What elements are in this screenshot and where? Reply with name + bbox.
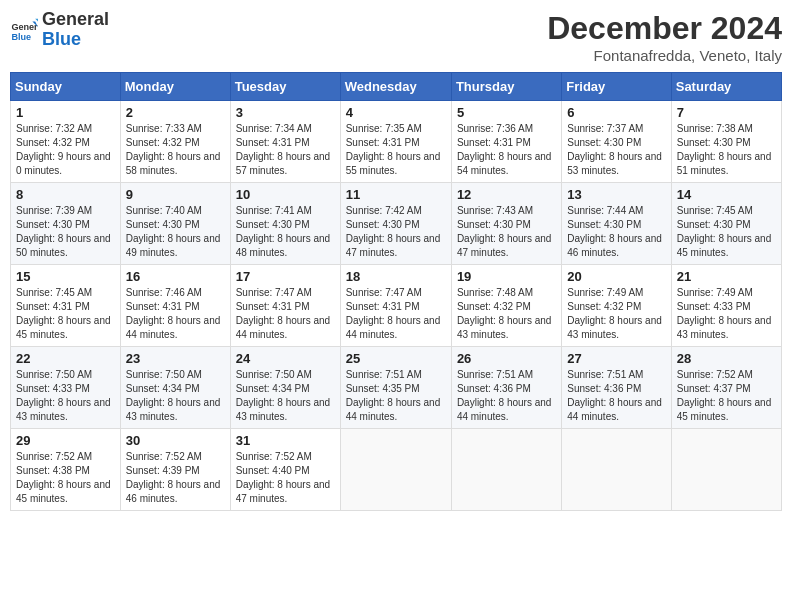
day-number: 26 <box>457 351 556 366</box>
calendar-cell: 18Sunrise: 7:47 AMSunset: 4:31 PMDayligh… <box>340 265 451 347</box>
day-info: Sunrise: 7:33 AMSunset: 4:32 PMDaylight:… <box>126 122 225 178</box>
calendar-cell: 26Sunrise: 7:51 AMSunset: 4:36 PMDayligh… <box>451 347 561 429</box>
calendar-cell <box>451 429 561 511</box>
day-number: 20 <box>567 269 665 284</box>
calendar-cell: 22Sunrise: 7:50 AMSunset: 4:33 PMDayligh… <box>11 347 121 429</box>
day-info: Sunrise: 7:50 AMSunset: 4:34 PMDaylight:… <box>126 368 225 424</box>
day-number: 30 <box>126 433 225 448</box>
day-info: Sunrise: 7:46 AMSunset: 4:31 PMDaylight:… <box>126 286 225 342</box>
calendar-cell: 24Sunrise: 7:50 AMSunset: 4:34 PMDayligh… <box>230 347 340 429</box>
day-number: 19 <box>457 269 556 284</box>
day-number: 17 <box>236 269 335 284</box>
day-number: 22 <box>16 351 115 366</box>
day-number: 31 <box>236 433 335 448</box>
calendar-cell: 10Sunrise: 7:41 AMSunset: 4:30 PMDayligh… <box>230 183 340 265</box>
day-number: 28 <box>677 351 776 366</box>
calendar-cell: 7Sunrise: 7:38 AMSunset: 4:30 PMDaylight… <box>671 101 781 183</box>
calendar-cell: 29Sunrise: 7:52 AMSunset: 4:38 PMDayligh… <box>11 429 121 511</box>
day-info: Sunrise: 7:38 AMSunset: 4:30 PMDaylight:… <box>677 122 776 178</box>
weekday-header-sunday: Sunday <box>11 73 121 101</box>
day-number: 11 <box>346 187 446 202</box>
day-info: Sunrise: 7:34 AMSunset: 4:31 PMDaylight:… <box>236 122 335 178</box>
day-info: Sunrise: 7:51 AMSunset: 4:35 PMDaylight:… <box>346 368 446 424</box>
calendar-cell: 28Sunrise: 7:52 AMSunset: 4:37 PMDayligh… <box>671 347 781 429</box>
calendar-table: SundayMondayTuesdayWednesdayThursdayFrid… <box>10 72 782 511</box>
calendar-cell: 21Sunrise: 7:49 AMSunset: 4:33 PMDayligh… <box>671 265 781 347</box>
day-number: 29 <box>16 433 115 448</box>
calendar-cell: 9Sunrise: 7:40 AMSunset: 4:30 PMDaylight… <box>120 183 230 265</box>
day-number: 18 <box>346 269 446 284</box>
day-info: Sunrise: 7:45 AMSunset: 4:31 PMDaylight:… <box>16 286 115 342</box>
day-info: Sunrise: 7:47 AMSunset: 4:31 PMDaylight:… <box>346 286 446 342</box>
weekday-header-row: SundayMondayTuesdayWednesdayThursdayFrid… <box>11 73 782 101</box>
calendar-week-row: 1Sunrise: 7:32 AMSunset: 4:32 PMDaylight… <box>11 101 782 183</box>
calendar-cell <box>562 429 671 511</box>
weekday-header-friday: Friday <box>562 73 671 101</box>
day-number: 14 <box>677 187 776 202</box>
day-number: 4 <box>346 105 446 120</box>
logo-text: General Blue <box>42 10 109 50</box>
calendar-cell: 1Sunrise: 7:32 AMSunset: 4:32 PMDaylight… <box>11 101 121 183</box>
day-number: 5 <box>457 105 556 120</box>
day-info: Sunrise: 7:42 AMSunset: 4:30 PMDaylight:… <box>346 204 446 260</box>
calendar-week-row: 15Sunrise: 7:45 AMSunset: 4:31 PMDayligh… <box>11 265 782 347</box>
logo-icon: General Blue <box>10 16 38 44</box>
day-number: 3 <box>236 105 335 120</box>
day-info: Sunrise: 7:37 AMSunset: 4:30 PMDaylight:… <box>567 122 665 178</box>
calendar-cell <box>340 429 451 511</box>
calendar-cell: 31Sunrise: 7:52 AMSunset: 4:40 PMDayligh… <box>230 429 340 511</box>
day-number: 2 <box>126 105 225 120</box>
day-number: 27 <box>567 351 665 366</box>
calendar-cell: 2Sunrise: 7:33 AMSunset: 4:32 PMDaylight… <box>120 101 230 183</box>
weekday-header-wednesday: Wednesday <box>340 73 451 101</box>
calendar-week-row: 22Sunrise: 7:50 AMSunset: 4:33 PMDayligh… <box>11 347 782 429</box>
calendar-cell: 11Sunrise: 7:42 AMSunset: 4:30 PMDayligh… <box>340 183 451 265</box>
weekday-header-tuesday: Tuesday <box>230 73 340 101</box>
svg-text:Blue: Blue <box>11 32 31 42</box>
day-info: Sunrise: 7:41 AMSunset: 4:30 PMDaylight:… <box>236 204 335 260</box>
day-info: Sunrise: 7:48 AMSunset: 4:32 PMDaylight:… <box>457 286 556 342</box>
day-number: 13 <box>567 187 665 202</box>
location: Fontanafredda, Veneto, Italy <box>547 47 782 64</box>
day-number: 23 <box>126 351 225 366</box>
day-info: Sunrise: 7:36 AMSunset: 4:31 PMDaylight:… <box>457 122 556 178</box>
day-number: 1 <box>16 105 115 120</box>
calendar-week-row: 29Sunrise: 7:52 AMSunset: 4:38 PMDayligh… <box>11 429 782 511</box>
day-number: 16 <box>126 269 225 284</box>
day-number: 10 <box>236 187 335 202</box>
calendar-cell <box>671 429 781 511</box>
calendar-week-row: 8Sunrise: 7:39 AMSunset: 4:30 PMDaylight… <box>11 183 782 265</box>
day-info: Sunrise: 7:52 AMSunset: 4:39 PMDaylight:… <box>126 450 225 506</box>
calendar-cell: 27Sunrise: 7:51 AMSunset: 4:36 PMDayligh… <box>562 347 671 429</box>
month-title: December 2024 <box>547 10 782 47</box>
day-number: 7 <box>677 105 776 120</box>
svg-text:General: General <box>11 22 38 32</box>
calendar-cell: 12Sunrise: 7:43 AMSunset: 4:30 PMDayligh… <box>451 183 561 265</box>
page-header: General Blue General Blue December 2024 … <box>10 10 782 64</box>
day-number: 15 <box>16 269 115 284</box>
weekday-header-thursday: Thursday <box>451 73 561 101</box>
calendar-cell: 6Sunrise: 7:37 AMSunset: 4:30 PMDaylight… <box>562 101 671 183</box>
weekday-header-saturday: Saturday <box>671 73 781 101</box>
day-info: Sunrise: 7:49 AMSunset: 4:32 PMDaylight:… <box>567 286 665 342</box>
calendar-cell: 25Sunrise: 7:51 AMSunset: 4:35 PMDayligh… <box>340 347 451 429</box>
calendar-cell: 4Sunrise: 7:35 AMSunset: 4:31 PMDaylight… <box>340 101 451 183</box>
day-info: Sunrise: 7:43 AMSunset: 4:30 PMDaylight:… <box>457 204 556 260</box>
calendar-cell: 8Sunrise: 7:39 AMSunset: 4:30 PMDaylight… <box>11 183 121 265</box>
day-info: Sunrise: 7:51 AMSunset: 4:36 PMDaylight:… <box>457 368 556 424</box>
day-number: 12 <box>457 187 556 202</box>
calendar-cell: 19Sunrise: 7:48 AMSunset: 4:32 PMDayligh… <box>451 265 561 347</box>
day-info: Sunrise: 7:52 AMSunset: 4:40 PMDaylight:… <box>236 450 335 506</box>
day-number: 8 <box>16 187 115 202</box>
day-info: Sunrise: 7:50 AMSunset: 4:34 PMDaylight:… <box>236 368 335 424</box>
calendar-cell: 14Sunrise: 7:45 AMSunset: 4:30 PMDayligh… <box>671 183 781 265</box>
calendar-cell: 15Sunrise: 7:45 AMSunset: 4:31 PMDayligh… <box>11 265 121 347</box>
day-info: Sunrise: 7:47 AMSunset: 4:31 PMDaylight:… <box>236 286 335 342</box>
day-number: 21 <box>677 269 776 284</box>
calendar-cell: 3Sunrise: 7:34 AMSunset: 4:31 PMDaylight… <box>230 101 340 183</box>
calendar-cell: 17Sunrise: 7:47 AMSunset: 4:31 PMDayligh… <box>230 265 340 347</box>
day-info: Sunrise: 7:40 AMSunset: 4:30 PMDaylight:… <box>126 204 225 260</box>
calendar-cell: 30Sunrise: 7:52 AMSunset: 4:39 PMDayligh… <box>120 429 230 511</box>
title-area: December 2024 Fontanafredda, Veneto, Ita… <box>547 10 782 64</box>
calendar-cell: 20Sunrise: 7:49 AMSunset: 4:32 PMDayligh… <box>562 265 671 347</box>
